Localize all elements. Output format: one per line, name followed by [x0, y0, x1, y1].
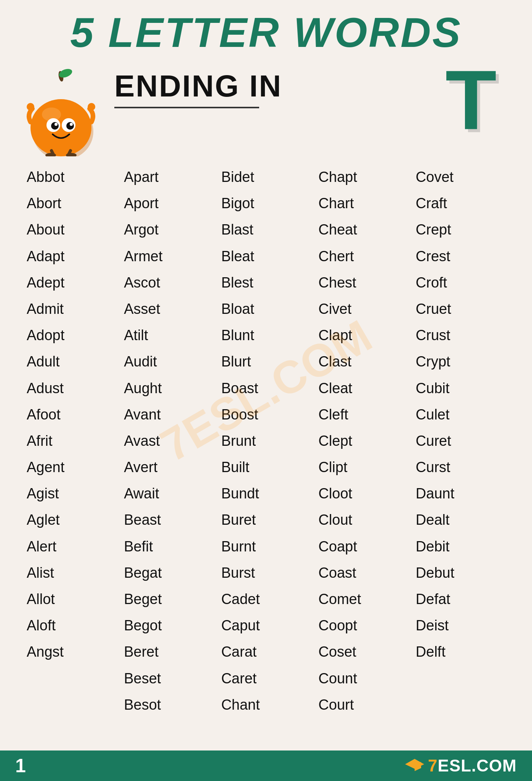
orange-mascot	[23, 69, 99, 156]
list-item: Croft	[412, 270, 509, 296]
svg-point-9	[54, 123, 58, 126]
list-item: Clept	[315, 428, 412, 454]
list-item: Curet	[412, 428, 509, 454]
list-item: Begot	[120, 612, 217, 639]
list-item: Coset	[315, 639, 412, 665]
list-item: Avert	[120, 454, 217, 480]
list-item: Chant	[217, 692, 314, 718]
word-column-4: Chapt Chart Cheat Chert Chest Civet Clap…	[315, 164, 412, 718]
list-item: Begat	[120, 560, 217, 586]
list-item: Agent	[23, 454, 120, 480]
list-item: Audit	[120, 349, 217, 375]
list-item: Caret	[217, 665, 314, 692]
list-item: About	[23, 217, 120, 243]
list-item: Crypt	[412, 349, 509, 375]
list-item: Covet	[412, 164, 509, 190]
list-item: Boost	[217, 402, 314, 428]
list-item: Apart	[120, 164, 217, 190]
list-item: Caput	[217, 612, 314, 639]
list-item: Count	[315, 665, 412, 692]
list-item: Admit	[23, 296, 120, 322]
subtitle-divider	[114, 107, 259, 108]
list-item: Craft	[412, 190, 509, 217]
word-column-3: Bidet Bigot Blast Bleat Blest Bloat Blun…	[217, 164, 314, 718]
list-item: Burst	[217, 560, 314, 586]
list-item: Crest	[412, 243, 509, 270]
list-item: Argot	[120, 217, 217, 243]
list-item: Buret	[217, 507, 314, 533]
list-item: Ascot	[120, 270, 217, 296]
list-item: Aloft	[23, 612, 120, 639]
list-item: Cruet	[412, 296, 509, 322]
list-item: Beset	[120, 665, 217, 692]
list-item: Civet	[315, 296, 412, 322]
list-item: Blast	[217, 217, 314, 243]
list-item: Clast	[315, 349, 412, 375]
list-item: Culet	[412, 402, 509, 428]
list-item: Bloat	[217, 296, 314, 322]
logo-text: 7ESL.COM	[428, 756, 517, 775]
svg-point-12	[88, 103, 95, 111]
svg-point-3	[30, 99, 91, 156]
list-item: Beret	[120, 639, 217, 665]
list-item: Clout	[315, 507, 412, 533]
subtitle-text: ENDING IN	[114, 69, 418, 104]
list-item: Agist	[23, 480, 120, 507]
list-item: Cadet	[217, 586, 314, 612]
list-item: Aught	[120, 375, 217, 402]
big-letter-container: T	[433, 65, 509, 136]
list-item: Bundt	[217, 480, 314, 507]
list-item: Angst	[23, 639, 120, 665]
list-item: Afrit	[23, 428, 120, 454]
list-item: Debut	[412, 560, 509, 586]
list-item: Avast	[120, 428, 217, 454]
list-item: Aport	[120, 190, 217, 217]
list-item: Delft	[412, 639, 509, 665]
list-item: Deist	[412, 612, 509, 639]
list-item: Cloot	[315, 480, 412, 507]
list-item: Alert	[23, 534, 120, 560]
list-item: Cleat	[315, 375, 412, 402]
list-item: Curst	[412, 454, 509, 480]
list-item: Chert	[315, 243, 412, 270]
list-item: Allot	[23, 586, 120, 612]
list-item: Atilt	[120, 322, 217, 349]
list-item: Asset	[120, 296, 217, 322]
list-item: Carat	[217, 639, 314, 665]
list-item: Chart	[315, 190, 412, 217]
footer-logo: 7ESL.COM	[405, 756, 517, 775]
svg-point-7	[51, 122, 59, 130]
list-item: Coapt	[315, 534, 412, 560]
list-item: Besot	[120, 692, 217, 718]
svg-point-11	[27, 103, 34, 111]
list-item: Built	[217, 454, 314, 480]
list-item: Avant	[120, 402, 217, 428]
svg-point-8	[66, 122, 74, 130]
list-item: Adept	[23, 270, 120, 296]
list-item: Coopt	[315, 612, 412, 639]
big-letter: T	[445, 65, 497, 136]
list-item: Bidet	[217, 164, 314, 190]
list-item: Await	[120, 480, 217, 507]
list-item: Alist	[23, 560, 120, 586]
list-item: Brunt	[217, 428, 314, 454]
list-item: Befit	[120, 534, 217, 560]
list-item: Blurt	[217, 349, 314, 375]
list-item: Defat	[412, 586, 509, 612]
list-item: Cubit	[412, 375, 509, 402]
list-item: Beast	[120, 507, 217, 533]
main-title: 5 LETTER WORDS	[15, 11, 517, 53]
list-item: Clapt	[315, 322, 412, 349]
word-column-5: Covet Craft Crept Crest Croft Cruet Crus…	[412, 164, 509, 718]
ending-in-block: ENDING IN	[99, 65, 433, 112]
list-item: Chapt	[315, 164, 412, 190]
list-item: Cleft	[315, 402, 412, 428]
list-item: Abbot	[23, 164, 120, 190]
list-item: Abort	[23, 190, 120, 217]
page-header: 5 LETTER WORDS	[0, 0, 532, 57]
list-item: Boast	[217, 375, 314, 402]
list-item: Court	[315, 692, 412, 718]
list-item: Aglet	[23, 507, 120, 533]
list-item: Armet	[120, 243, 217, 270]
list-item: Daunt	[412, 480, 509, 507]
